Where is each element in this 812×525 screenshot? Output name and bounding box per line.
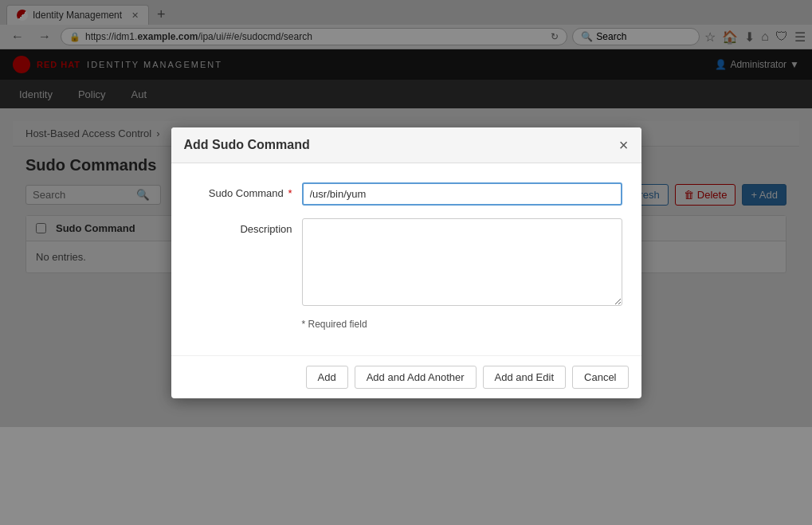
description-label: Description [190, 218, 302, 235]
dialog-close-button[interactable]: × [619, 137, 629, 153]
add-and-edit-button[interactable]: Add and Edit [483, 366, 566, 389]
add-sudo-command-dialog: Add Sudo Command × Sudo Command * Descri… [171, 127, 641, 398]
required-note: * Required field [190, 319, 622, 330]
dialog-footer: Add Add and Add Another Add and Edit Can… [171, 355, 641, 398]
cancel-button[interactable]: Cancel [572, 366, 628, 389]
sudo-command-input[interactable] [302, 182, 622, 206]
dialog-title: Add Sudo Command [184, 138, 310, 152]
add-and-add-another-button[interactable]: Add and Add Another [355, 366, 477, 389]
add-button[interactable]: Add [306, 366, 348, 389]
dialog-body: Sudo Command * Description * Required fi… [171, 163, 641, 355]
required-star: * [288, 187, 292, 199]
description-input[interactable] [302, 218, 622, 306]
description-field-row: Description [190, 218, 622, 306]
sudo-command-field-row: Sudo Command * [190, 182, 622, 206]
modal-overlay: Add Sudo Command × Sudo Command * Descri… [0, 0, 812, 427]
dialog-header: Add Sudo Command × [171, 127, 641, 163]
sudo-command-label: Sudo Command * [190, 182, 302, 199]
